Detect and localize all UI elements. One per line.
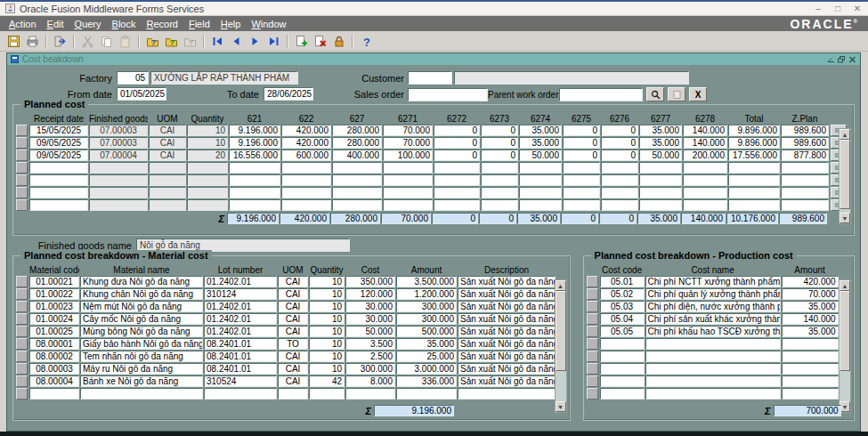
cell[interactable]: Sản xuất Nôi gỗ đa năng [458,313,556,325]
print-icon[interactable] [24,33,41,50]
cell[interactable]: 0 [601,137,638,149]
cell[interactable]: Cây mốc Nôi gỗ đa năng [80,313,203,325]
cell[interactable] [396,388,457,400]
row-selector[interactable] [587,326,598,337]
from-date-field[interactable]: 01/05/2025 [117,87,166,101]
cell[interactable]: 35.000 [519,137,562,149]
cell[interactable] [782,375,839,387]
cell[interactable]: 120.000 [345,288,395,300]
cell[interactable] [519,187,562,198]
cell[interactable] [278,388,308,400]
cell[interactable]: 9.196.000 [229,137,280,149]
cell[interactable]: 01.00024 [29,313,79,325]
paste-icon[interactable] [117,33,134,50]
insert-record-icon[interactable] [293,33,310,50]
cell[interactable]: 280.000 [332,137,382,149]
cell[interactable]: 400.000 [332,149,382,161]
cell[interactable] [481,199,518,211]
cell[interactable]: Chi phí sản xuất khác xưởng thành phẩm [645,313,781,325]
menu-help[interactable]: Help [215,18,247,30]
cell[interactable]: 300.000 [396,301,457,312]
cell[interactable]: Nệm mút Nôi gỗ đa năng [80,301,203,312]
form-restore-icon[interactable] [838,56,846,63]
cell[interactable] [782,363,839,375]
cell[interactable]: CAI [278,363,308,375]
cell[interactable]: 70.000 [383,125,433,136]
cell[interactable] [683,162,727,174]
save-icon[interactable] [5,33,22,50]
cell[interactable]: CAI [278,326,308,337]
cell[interactable]: Khung chân Nôi gỗ đa năng [80,288,203,300]
row-selector[interactable] [16,162,28,174]
cell[interactable]: 2.500 [345,351,395,362]
cell[interactable]: 08.00002 [29,351,79,362]
material-scrollbar[interactable]: ▲ ▼ [555,279,567,413]
cell[interactable] [519,162,562,174]
scroll-up-icon[interactable]: ▲ [840,280,850,291]
cell[interactable] [332,174,382,186]
cell[interactable]: CAI [278,288,308,300]
cell[interactable]: 1.200.000 [396,288,457,300]
row-selector[interactable] [16,187,28,198]
cell[interactable] [434,187,480,198]
cell[interactable]: Sản xuất Nôi gỗ đa năng [458,363,556,375]
cell[interactable]: 9.896.000 [728,125,780,136]
cell[interactable]: Chi phí NCTT xưởng thành phẩm [645,276,781,287]
planned-scrollbar[interactable]: ▲ ▼ [839,128,851,224]
cell[interactable]: 01.2402.01 [204,313,277,325]
cell[interactable]: 35.000 [639,137,682,149]
cell[interactable] [645,351,781,362]
cell[interactable]: 0 [481,125,518,136]
cell[interactable]: 300.000 [396,313,457,325]
row-selector[interactable] [587,363,598,375]
cell[interactable]: 08.00001 [29,338,79,350]
cell[interactable] [639,187,682,198]
cell[interactable] [645,338,781,350]
cell[interactable]: 280.000 [332,125,382,136]
row-selector[interactable] [16,288,28,300]
cell[interactable]: 10 [309,351,345,362]
cell[interactable]: Sản xuất Nôi gỗ đa năng [458,326,556,337]
cell[interactable] [600,338,645,350]
cell[interactable]: 0 [563,125,600,136]
cell[interactable]: Sản xuất Nôi gỗ đa năng [458,288,556,300]
cell[interactable] [458,388,556,400]
cell[interactable] [229,199,280,211]
cut-icon[interactable] [79,33,96,50]
maximize-icon[interactable]: □ [832,4,843,13]
cell[interactable]: 50.000 [519,149,562,161]
row-selector[interactable] [587,276,598,287]
cell[interactable]: 01.2402.01 [204,301,277,312]
cell[interactable]: 420.000 [281,125,331,136]
cell[interactable] [434,174,480,186]
cell[interactable] [645,363,781,375]
cell[interactable]: Sản xuất Nôi gỗ đa năng [458,351,556,362]
cell[interactable]: Giấy bảo hành Nôi gỗ đa năng [80,338,203,350]
cell[interactable]: 989.600 [781,125,829,136]
cell[interactable]: 10 [309,338,345,350]
search-button[interactable] [646,87,664,101]
cell[interactable]: Tem nhãn nôi gỗ đa năng [80,351,203,362]
cell[interactable]: 0 [601,125,638,136]
cell[interactable]: 310524 [204,375,277,387]
cell[interactable] [563,174,600,186]
cell[interactable]: 01.00023 [29,301,79,312]
cell[interactable] [601,162,638,174]
cell[interactable] [481,174,518,186]
first-record-icon[interactable] [209,33,226,50]
cell[interactable] [332,187,382,198]
cell[interactable] [728,187,780,198]
row-selector[interactable] [587,301,598,312]
cell[interactable]: Sản xuất Nôi gỗ đa năng [458,301,556,312]
minimize-icon[interactable]: – [813,4,823,13]
menu-window[interactable]: Window [246,18,291,30]
row-selector[interactable] [16,351,28,362]
cell[interactable]: 0 [481,137,518,149]
cell[interactable]: 3.000.000 [396,363,457,375]
cell[interactable] [601,174,638,186]
row-selector[interactable] [16,125,28,136]
cell[interactable] [383,174,433,186]
cell[interactable]: 10 [309,276,345,287]
row-selector[interactable] [587,338,598,350]
cell[interactable]: 70.000 [383,137,433,149]
